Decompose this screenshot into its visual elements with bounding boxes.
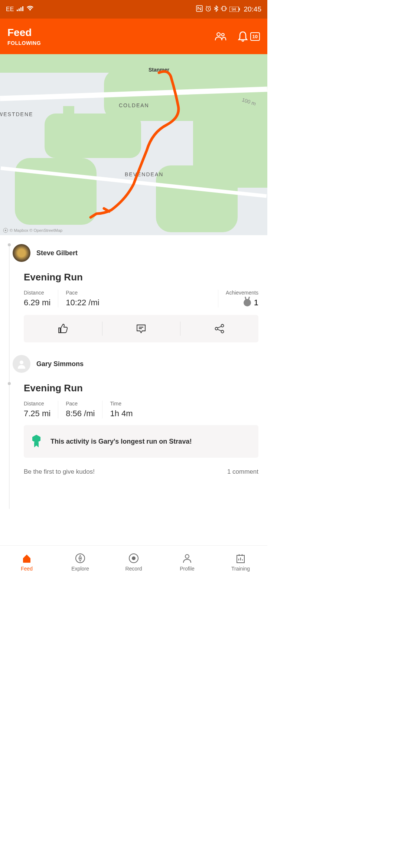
- svg-point-21: [185, 555, 189, 558]
- svg-point-16: [20, 361, 23, 364]
- stat-value-time: 1h 4m: [110, 409, 133, 418]
- friends-icon[interactable]: [215, 30, 226, 42]
- svg-rect-6: [222, 6, 225, 11]
- nav-label: Training: [231, 566, 250, 572]
- stat-label-distance: Distance: [24, 290, 50, 296]
- svg-point-15: [221, 331, 224, 333]
- timeline-dot: [8, 243, 11, 246]
- nav-label: Profile: [180, 566, 195, 572]
- comments-link[interactable]: 1 comment: [227, 468, 258, 476]
- record-icon: [128, 553, 139, 563]
- battery-icon: 94: [229, 7, 240, 12]
- avatar[interactable]: [13, 355, 30, 373]
- user-name[interactable]: Gary Simmons: [36, 360, 84, 368]
- nav-explore[interactable]: Explore: [53, 546, 107, 579]
- nav-record[interactable]: Record: [107, 546, 160, 579]
- activity-card[interactable]: Gary Simmons Evening Run Distance 7.25 m…: [0, 342, 267, 476]
- map-attribution: © Mapbox © OpenStreetMap: [3, 228, 62, 233]
- stat-value-achievements: 1: [254, 298, 258, 308]
- stat-label-achievements: Achievements: [226, 290, 258, 296]
- stat-label-pace: Pace: [66, 290, 100, 296]
- svg-point-13: [221, 325, 224, 327]
- timeline-dot: [8, 382, 11, 385]
- stat-value-pace: 8:56 /mi: [66, 409, 95, 418]
- svg-point-9: [217, 33, 220, 36]
- training-icon: [235, 553, 246, 563]
- stat-value-distance: 7.25 mi: [24, 409, 50, 418]
- app-header: Feed FOLLOWING 10: [0, 19, 267, 54]
- svg-point-14: [215, 328, 218, 330]
- achievement-highlight: This activity is Gary's longest run on S…: [24, 425, 258, 458]
- status-time: 20:45: [244, 5, 261, 13]
- page-title: Feed: [7, 27, 41, 39]
- home-icon: [22, 553, 32, 563]
- alarm-icon: [205, 5, 212, 13]
- activity-title[interactable]: Evening Run: [24, 382, 258, 394]
- stat-label-distance: Distance: [24, 401, 50, 407]
- wifi-icon: [26, 6, 34, 13]
- nav-label: Explore: [71, 566, 89, 572]
- battery-level: 94: [231, 7, 236, 11]
- svg-rect-3: [22, 6, 23, 11]
- svg-point-10: [221, 33, 224, 36]
- bell-icon[interactable]: [237, 30, 249, 42]
- kudos-prompt[interactable]: Be the first to give kudos!: [24, 468, 95, 476]
- badge-icon: [31, 434, 42, 449]
- activity-card[interactable]: Steve Gilbert Evening Run Distance 6.29 …: [0, 235, 267, 342]
- comment-button[interactable]: [102, 315, 180, 342]
- route-path: [0, 54, 267, 235]
- svg-rect-1: [19, 9, 20, 11]
- nav-label: Feed: [21, 566, 33, 572]
- share-button[interactable]: [180, 315, 258, 342]
- page-subtitle[interactable]: FOLLOWING: [7, 40, 41, 46]
- svg-point-12: [5, 230, 6, 231]
- medal-icon: [244, 299, 251, 306]
- status-bar: EE 94 20:45: [0, 0, 267, 19]
- activity-map[interactable]: Stanmer COLDEAN WESTDENE BEVENDEAN 100 m…: [0, 54, 267, 235]
- kudos-button[interactable]: [24, 315, 102, 342]
- carrier-label: EE: [6, 6, 14, 13]
- signal-icon: [17, 6, 23, 13]
- vibrate-icon: [221, 5, 227, 13]
- svg-point-18: [79, 558, 81, 559]
- svg-rect-0: [17, 10, 18, 11]
- stat-label-pace: Pace: [66, 401, 95, 407]
- svg-point-20: [132, 556, 136, 560]
- nav-label: Record: [125, 566, 142, 572]
- bluetooth-icon: [214, 5, 218, 13]
- activity-feed: Steve Gilbert Evening Run Distance 6.29 …: [0, 235, 267, 509]
- notification-badge[interactable]: 10: [250, 32, 260, 41]
- user-name[interactable]: Steve Gilbert: [36, 249, 78, 257]
- nav-training[interactable]: Training: [214, 546, 267, 579]
- nav-profile[interactable]: Profile: [160, 546, 214, 579]
- nfc-icon: [196, 5, 203, 13]
- avatar[interactable]: [13, 244, 30, 262]
- svg-rect-2: [20, 7, 22, 11]
- stat-value-distance: 6.29 mi: [24, 298, 50, 308]
- highlight-text: This activity is Gary's longest run on S…: [50, 438, 192, 445]
- activity-title[interactable]: Evening Run: [24, 272, 258, 283]
- nav-feed[interactable]: Feed: [0, 546, 53, 579]
- svg-rect-8: [239, 8, 240, 10]
- profile-icon: [182, 553, 192, 563]
- stat-value-pace: 10:22 /mi: [66, 298, 100, 308]
- stat-label-time: Time: [110, 401, 133, 407]
- feed-timeline: [9, 246, 10, 509]
- compass-icon: [75, 553, 85, 563]
- bottom-nav: Feed Explore Record Profile Training: [0, 545, 267, 579]
